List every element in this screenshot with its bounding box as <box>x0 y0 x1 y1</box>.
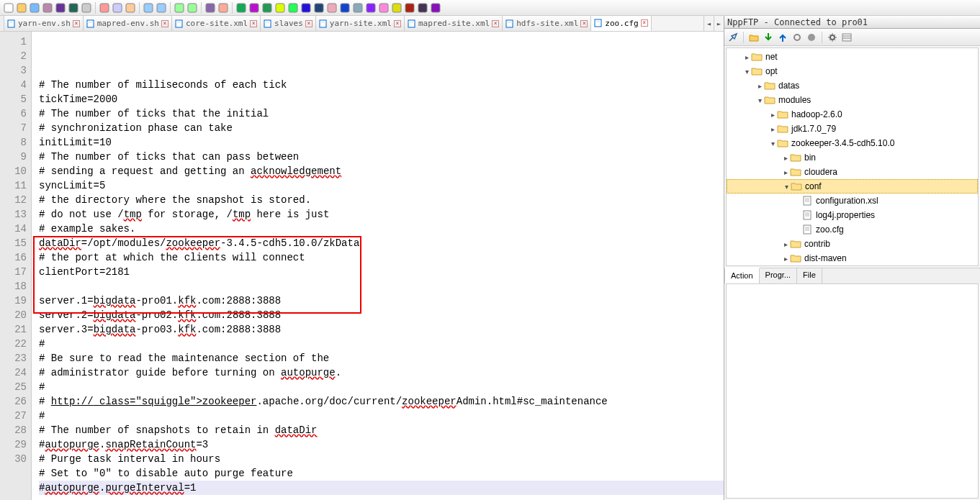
tree-file-log4j-properties[interactable]: log4j.properties <box>727 208 978 222</box>
view-icon[interactable] <box>339 2 351 14</box>
close-icon[interactable]: × <box>492 20 499 27</box>
close-icon[interactable]: × <box>641 19 648 27</box>
expander-icon[interactable]: ▸ <box>781 240 790 248</box>
tab-mapred-site-xml[interactable]: mapred-site.xml× <box>405 16 503 31</box>
open-icon[interactable] <box>16 2 27 14</box>
close-all-icon[interactable] <box>68 2 79 14</box>
code-line[interactable]: syncLimit=5 <box>39 178 724 193</box>
code-line[interactable]: # do not use /tmp for storage, /tmp here… <box>39 207 724 222</box>
code-line[interactable]: # http:// class="squiggle">zookeeper.apa… <box>39 394 724 409</box>
code-line[interactable]: # Set to "0" to disable auto purge featu… <box>39 466 724 481</box>
tab-slaves[interactable]: slaves× <box>261 16 316 31</box>
messages-icon[interactable] <box>841 32 853 43</box>
zoom-out-icon[interactable] <box>217 2 229 14</box>
find-icon[interactable] <box>174 2 185 14</box>
rec-icon[interactable] <box>352 2 364 14</box>
abc-icon[interactable] <box>417 2 428 14</box>
tab-zoo-cfg[interactable]: zoo.cfg× <box>591 16 651 31</box>
tab-yarn-env-sh[interactable]: yarn-env.sh× <box>4 16 84 31</box>
zoom-in-icon[interactable] <box>204 2 216 14</box>
code-line[interactable]: # The number of milliseconds of each tic… <box>39 78 724 92</box>
code-line[interactable]: # The number of ticks that the initial <box>39 106 724 121</box>
tree-folder-modules[interactable]: ▾modules <box>727 93 978 107</box>
close-icon[interactable]: × <box>580 20 588 27</box>
folder2-icon[interactable] <box>430 2 441 14</box>
code-line[interactable]: # The number of ticks that can pass betw… <box>39 150 724 164</box>
expander-icon[interactable]: ▸ <box>781 168 790 176</box>
bottom-tab-action[interactable]: Action <box>724 268 760 283</box>
expander-icon[interactable]: ▸ <box>781 254 790 263</box>
expander-icon[interactable]: ▸ <box>781 153 790 162</box>
tree-folder-zookeeper-3-4-5-cdh5-10-0[interactable]: ▾zookeeper-3.4.5-cdh5.10.0 <box>727 136 978 150</box>
close-icon[interactable]: × <box>73 20 80 27</box>
tree-file-configuration-xsl[interactable]: configuration.xsl <box>727 194 978 208</box>
play-icon[interactable] <box>378 2 390 14</box>
expander-icon[interactable]: ▸ <box>768 124 777 133</box>
redo-icon[interactable] <box>156 2 167 14</box>
connect-icon[interactable] <box>727 32 739 43</box>
expander-icon[interactable]: ▸ <box>768 110 777 119</box>
code-area[interactable]: # The number of milliseconds of each tic… <box>32 32 724 500</box>
undo-icon[interactable] <box>143 2 154 14</box>
code-line[interactable]: dataDir=/opt/modules/zookeeper-3.4.5-cdh… <box>39 236 724 250</box>
tree-folder-bin[interactable]: ▸bin <box>727 150 978 165</box>
code-line[interactable]: # example sakes. <box>39 222 724 236</box>
tree-folder-cloudera[interactable]: ▸cloudera <box>727 165 978 179</box>
close-icon[interactable]: × <box>250 20 257 27</box>
tree-file-zoo-cfg[interactable]: zoo.cfg <box>727 222 978 237</box>
tree-folder-opt[interactable]: ▾opt <box>727 64 978 78</box>
bottom-tab-file[interactable]: File <box>797 268 822 283</box>
doc-icon[interactable] <box>300 2 312 14</box>
code-line[interactable] <box>39 495 724 500</box>
code-line[interactable]: # administrator guide before turning on … <box>39 365 724 380</box>
code-line[interactable]: #autopurge.purgeInterval=1 <box>39 481 724 495</box>
tab-hdfs-site-xml[interactable]: hdfs-site.xml× <box>503 16 591 31</box>
print-icon[interactable] <box>81 2 92 14</box>
tree-folder-lib[interactable]: ▸lib <box>727 265 978 266</box>
stop-icon[interactable] <box>365 2 377 14</box>
code-line[interactable]: #autopurge.snapRetainCount=3 <box>39 437 724 452</box>
copy-icon[interactable] <box>112 2 123 14</box>
code-line[interactable]: # the port at which the clients will con… <box>39 250 724 265</box>
tab-prev-button[interactable]: ◄ <box>703 16 714 31</box>
bottom-tab-progr[interactable]: Progr... <box>760 268 797 283</box>
fold-icon[interactable] <box>274 2 286 14</box>
close-icon[interactable]: × <box>305 20 313 27</box>
macro-icon[interactable] <box>326 2 338 14</box>
close-icon[interactable] <box>55 2 66 14</box>
wrap-icon[interactable] <box>235 2 247 14</box>
expander-icon[interactable]: ▾ <box>782 182 791 191</box>
tree-folder-jdk1-7-0-79[interactable]: ▸jdk1.7.0_79 <box>727 122 978 136</box>
paste-icon[interactable] <box>125 2 136 14</box>
tree-folder-conf[interactable]: ▾conf <box>727 179 978 194</box>
code-line[interactable]: server.1=bigdata-pro01.kfk.com:2888:3888 <box>39 294 724 308</box>
remote-tree[interactable]: ▸net▾opt▸datas▾modules▸hadoop-2.6.0▸jdk1… <box>726 47 979 266</box>
tree-folder-datas[interactable]: ▸datas <box>727 78 978 93</box>
download-icon[interactable] <box>763 32 774 43</box>
close-icon[interactable]: × <box>161 20 168 27</box>
expander-icon[interactable]: ▾ <box>755 96 764 104</box>
code-line[interactable]: tickTime=2000 <box>39 92 724 106</box>
code-editor[interactable]: 1234567891011121314151617181920212223242… <box>0 32 724 500</box>
tab-core-site-xml[interactable]: core-site.xml× <box>172 16 261 31</box>
spell-icon[interactable] <box>313 2 325 14</box>
code-line[interactable]: # <box>39 409 724 423</box>
replace-icon[interactable] <box>186 2 198 14</box>
code-line[interactable]: server.2=bigdata-pro02.kfk.com:2888:3888 <box>39 308 724 322</box>
expander-icon[interactable]: ▾ <box>768 139 777 147</box>
indent-icon[interactable] <box>261 2 273 14</box>
close-icon[interactable]: × <box>394 20 401 27</box>
playlist-icon[interactable] <box>404 2 415 14</box>
code-line[interactable]: # The number of snapshots to retain in d… <box>39 423 724 437</box>
open-folder-icon[interactable] <box>748 32 760 43</box>
ff-icon[interactable] <box>391 2 403 14</box>
show-all-icon[interactable] <box>248 2 260 14</box>
expander-icon[interactable]: ▸ <box>742 53 751 61</box>
code-line[interactable]: # synchronization phase can take <box>39 121 724 135</box>
tab-mapred-env-sh[interactable]: mapred-env.sh× <box>84 16 172 31</box>
code-line[interactable]: # <box>39 337 724 351</box>
code-line[interactable]: # Be sure to read the maintenance sectio… <box>39 351 724 365</box>
lang-icon[interactable] <box>287 2 299 14</box>
tree-folder-dist-maven[interactable]: ▸dist-maven <box>727 251 978 265</box>
refresh-icon[interactable] <box>791 32 803 43</box>
